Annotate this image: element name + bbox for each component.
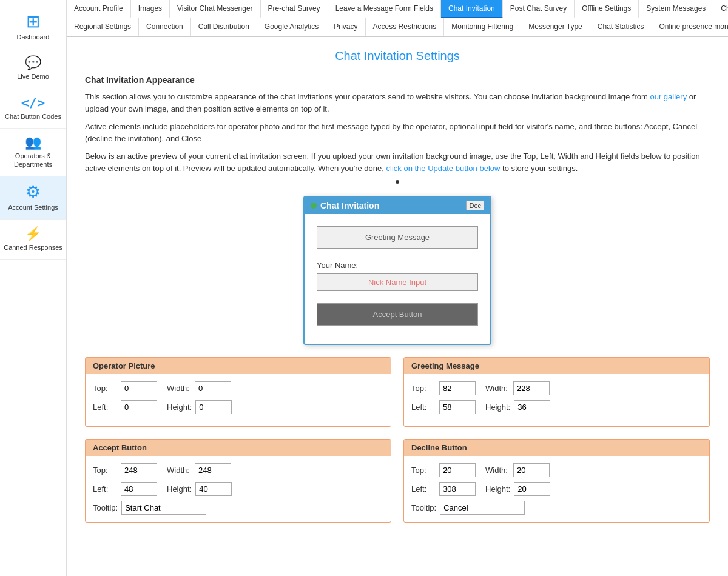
preview-container: Chat Invitation Dec Greeting Message You… [85, 196, 710, 345]
gear-icon: ⚙ [25, 184, 41, 201]
page-title-part2: Settings [413, 49, 460, 62]
chat-invitation-title: Chat Invitation [320, 201, 379, 210]
db-height-label: Height: [485, 484, 510, 494]
tab-messenger-type[interactable]: Messenger Type [521, 18, 590, 36]
db-height-input[interactable] [514, 482, 550, 496]
ab-row-2: Left: Height: [93, 482, 383, 496]
section-heading: Chat Invitation Appearance [85, 75, 710, 85]
tab-leave-a-message[interactable]: Leave a Message Form Fields [328, 0, 441, 18]
tab-chat-invitation[interactable]: Chat Invitation [441, 0, 503, 18]
tab-account-profile[interactable]: Account Profile [67, 0, 131, 18]
op-height-input[interactable] [195, 400, 232, 414]
dashboard-icon: ⊞ [26, 13, 40, 30]
your-name-label: Your Name: [317, 261, 478, 270]
sidebar: ⊞ Dashboard 💬 Live Demo </> Chat Button … [0, 0, 67, 576]
accept-button-preview[interactable]: Accept Button [317, 303, 478, 326]
accept-button-body: Top: Width: Left: Height: Tooltip: [86, 456, 391, 522]
sidebar-item-label: Dashboard [17, 33, 50, 41]
tab-chat-transcripts[interactable]: Chat Transcripts [713, 0, 728, 18]
gm-height-label: Height: [485, 403, 510, 412]
tab-chat-statistics[interactable]: Chat Statistics [590, 18, 652, 36]
db-row-1: Top: Width: [411, 463, 702, 477]
tab-access-restrictions[interactable]: Access Restrictions [366, 18, 445, 36]
ab-width-input[interactable] [195, 463, 231, 477]
db-left-input[interactable] [439, 482, 476, 496]
nav-row-2: Regional Settings Connection Call Distri… [67, 18, 728, 36]
ab-top-label: Top: [93, 466, 117, 475]
page-title: Chat Invitation Settings [85, 49, 710, 63]
sidebar-item-chat-button-codes[interactable]: </> Chat Button Codes [0, 89, 66, 129]
greeting-message-placeholder: Greeting Message [317, 226, 478, 249]
ab-height-input[interactable] [195, 482, 232, 496]
decline-button-panel: Decline Button Top: Width: Left: Height: [403, 439, 710, 523]
ab-tooltip-input[interactable] [121, 501, 206, 515]
ab-height-label: Height: [167, 484, 192, 494]
sidebar-item-label: Canned Responses [4, 243, 62, 252]
tab-monitoring-filtering[interactable]: Monitoring Filtering [444, 18, 521, 36]
operator-picture-body: Top: Width: Left: Height: [86, 374, 391, 426]
accept-button-panel: Accept Button Top: Width: Left: Height: [85, 439, 391, 523]
greeting-message-header: Greeting Message [404, 358, 709, 374]
gallery-link[interactable]: our gallery [650, 92, 687, 101]
tab-regional-settings[interactable]: Regional Settings [67, 18, 139, 36]
ab-tooltip-row: Tooltip: [93, 501, 383, 515]
ab-left-label: Left: [93, 484, 117, 494]
op-height-label: Height: [167, 403, 192, 412]
tab-post-chat-survey[interactable]: Post Chat Survey [503, 0, 575, 18]
ab-top-input[interactable] [121, 463, 157, 477]
ab-left-input[interactable] [121, 482, 157, 496]
sidebar-item-live-demo[interactable]: 💬 Live Demo [0, 49, 66, 89]
sidebar-item-label: Account Settings [8, 203, 58, 212]
db-width-input[interactable] [513, 463, 550, 477]
tab-online-presence[interactable]: Online presence monitoring [652, 18, 729, 36]
op-top-label: Top: [93, 384, 117, 393]
op-top-input[interactable] [121, 381, 157, 395]
ab-row-1: Top: Width: [93, 463, 383, 477]
chat-invitation-header: Chat Invitation Dec [305, 197, 490, 214]
tab-call-distribution[interactable]: Call Distribution [191, 18, 257, 36]
gm-height-input[interactable] [514, 400, 550, 414]
tab-visitor-chat-messenger[interactable]: Visitor Chat Messenger [170, 0, 261, 18]
db-left-label: Left: [411, 484, 436, 494]
sidebar-item-label: Operators & Departments [4, 152, 62, 169]
nav-row-1: Account Profile Images Visitor Chat Mess… [67, 0, 728, 18]
op-row-1: Top: Width: [93, 381, 383, 395]
db-top-label: Top: [411, 466, 436, 475]
accept-button-header: Accept Button [86, 440, 391, 456]
sidebar-item-operators-departments[interactable]: 👥 Operators & Departments [0, 129, 66, 177]
db-tooltip-input[interactable] [440, 501, 525, 515]
gm-row-2: Left: Height: [411, 400, 702, 414]
sidebar-item-label: Live Demo [17, 72, 49, 81]
op-left-input[interactable] [121, 400, 157, 414]
gm-width-input[interactable] [513, 381, 550, 395]
description-1: This section allows you to customize app… [85, 91, 710, 115]
update-button-link[interactable]: click on the Update button below [386, 164, 500, 173]
operator-picture-panel: Operator Picture Top: Width: Left: Heigh… [85, 357, 391, 427]
tab-privacy[interactable]: Privacy [326, 18, 365, 36]
chat-invitation-body: Greeting Message Your Name: Nick Name In… [305, 214, 490, 344]
lightning-icon: ⚡ [25, 227, 41, 241]
tab-offline-settings[interactable]: Offline Settings [575, 0, 639, 18]
op-width-label: Width: [167, 384, 191, 393]
sidebar-item-dashboard[interactable]: ⊞ Dashboard [0, 6, 66, 49]
sidebar-item-canned-responses[interactable]: ⚡ Canned Responses [0, 220, 66, 260]
status-dot [311, 203, 317, 209]
db-tooltip-label: Tooltip: [411, 503, 436, 512]
top-navigation: Account Profile Images Visitor Chat Mess… [67, 0, 728, 37]
tab-images[interactable]: Images [131, 0, 170, 18]
gm-top-input[interactable] [439, 381, 476, 395]
content-area: Chat Invitation Settings Chat Invitation… [67, 37, 728, 576]
sidebar-item-account-settings[interactable]: ⚙ Account Settings [0, 176, 66, 219]
tab-pre-chat-survey[interactable]: Pre-chat Survey [261, 0, 328, 18]
db-top-input[interactable] [439, 463, 476, 477]
op-width-input[interactable] [195, 381, 231, 395]
nick-name-placeholder[interactable]: Nick Name Input [317, 273, 478, 291]
page-title-part1: Chat Invitation [335, 49, 413, 62]
decline-button-body: Top: Width: Left: Height: Tooltip: [404, 456, 709, 522]
tab-connection[interactable]: Connection [139, 18, 191, 36]
gm-left-input[interactable] [439, 400, 476, 414]
code-icon: </> [21, 96, 46, 110]
tab-google-analytics[interactable]: Google Analytics [257, 18, 326, 36]
chat-invitation-close-button[interactable]: Dec [466, 201, 484, 210]
tab-system-messages[interactable]: System Messages [639, 0, 713, 18]
